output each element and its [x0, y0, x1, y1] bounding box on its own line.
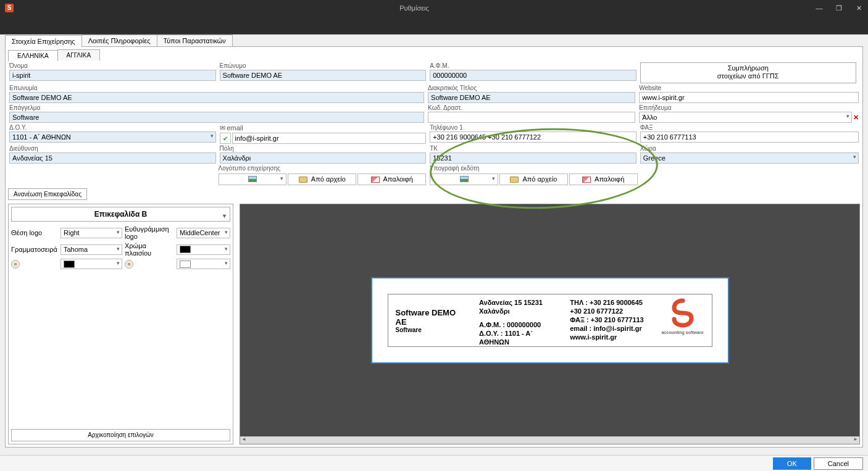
lang-tabs: ΕΛΛΗΝΙΚΑ ΑΓΓΛΙΚΑ — [8, 49, 860, 60]
preview-logo-caption: accounting software — [661, 330, 704, 335]
preview-fax: ΦΑΞ : +30 210 6777113 — [570, 315, 649, 324]
input-afm[interactable] — [430, 70, 636, 81]
input-country[interactable] — [640, 152, 859, 164]
ribbon-bar — [0, 16, 868, 35]
company-panel: ΕΛΛΗΝΙΚΑ ΑΓΓΛΙΚΑ Όνομα Επώνυμο Α.Φ.Μ. Συ… — [5, 47, 863, 448]
picture-icon — [460, 176, 469, 182]
preview-tel: ΤΗΛ : +30 216 9000645 +30 210 6777122 — [570, 298, 649, 315]
ok-button[interactable]: OK — [773, 457, 811, 470]
input-website[interactable] — [639, 92, 859, 103]
input-phone1[interactable] — [430, 131, 636, 143]
clear-epitideuma-icon[interactable]: ✕ — [853, 114, 859, 122]
label-email: ✉ email — [220, 124, 427, 133]
gsis-line1: Συμπλήρωση — [641, 64, 856, 72]
preview-email: email : info@i-spirit.gr — [570, 324, 649, 333]
preview-doy: Δ.Ο.Υ. : 1101 - Α΄ ΑΘΗΝΩΝ — [479, 329, 559, 346]
folder-icon — [299, 177, 307, 183]
label-doy: Δ.Ο.Υ. — [9, 124, 216, 131]
refresh-header-button[interactable]: Ανανέωση Επικεφαλίδας — [8, 188, 87, 200]
envelope-icon: ✉ — [220, 124, 225, 131]
signature-remove-button[interactable]: Απαλοιφή — [569, 173, 638, 185]
eraser-icon — [582, 177, 591, 183]
tab-english[interactable]: ΑΓΓΛΙΚΑ — [57, 49, 101, 60]
label-address: Διεύθυνση — [9, 145, 216, 152]
picture-icon — [248, 176, 257, 182]
titlebar: S Ρυθμίσεις — ❐ ✕ — [0, 0, 868, 16]
tab-company-info[interactable]: Στοιχεία Επιχείρησης — [5, 35, 82, 47]
color-chip-white — [180, 261, 191, 268]
maximize-button[interactable]: ❐ — [835, 4, 843, 12]
preview-afm: Α.Φ.Μ. : 000000000 — [479, 320, 559, 329]
header-card: Software DEMO AE Software Ανδανείας 15 1… — [371, 277, 729, 364]
input-profession[interactable] — [9, 112, 424, 123]
label-logo-position: Θέση logo — [11, 229, 58, 236]
app-logo: S — [5, 4, 14, 12]
window-title: Ρυθμίσεις — [14, 4, 815, 12]
eraser-icon — [371, 177, 380, 183]
signature-from-file-button[interactable]: Από αρχείο — [499, 173, 568, 185]
label-font: Γραμματοσειρά — [11, 246, 58, 253]
horizontal-scrollbar[interactable] — [240, 436, 859, 444]
preview-profession: Software — [396, 327, 469, 333]
input-dist-title[interactable] — [428, 92, 635, 103]
input-doy[interactable] — [9, 131, 216, 143]
label-dist-title: Διακριτικός Τίτλος — [428, 85, 635, 92]
palette-icon[interactable] — [125, 260, 133, 269]
tab-greek[interactable]: ΕΛΛΗΝΙΚΑ — [8, 50, 58, 61]
input-frame-color[interactable] — [177, 244, 230, 255]
label-fax: ΦΑΞ — [640, 124, 859, 131]
logo-preview-dropdown[interactable] — [219, 173, 287, 185]
minimize-button[interactable]: — — [815, 4, 824, 12]
input-epitideuma[interactable] — [639, 112, 852, 123]
gsis-fill-button[interactable]: Συμπλήρωση στοιχείων από ΓΓΠΣ — [640, 62, 856, 83]
label-epitideuma: Επιτήδευμα — [639, 104, 859, 112]
label-tk: ΤΚ — [430, 145, 636, 152]
input-name[interactable] — [9, 70, 216, 81]
cancel-button[interactable]: Cancel — [814, 457, 863, 470]
tab-doc-types[interactable]: Τύποι Παραστατικών — [157, 35, 233, 46]
header-style-dropdown[interactable]: Επικεφαλίδα B — [11, 207, 230, 222]
label-activity-code: Κωδ. Δραστ. — [428, 104, 635, 112]
input-email[interactable] — [232, 133, 427, 144]
input-address[interactable] — [9, 152, 216, 164]
input-fax[interactable] — [640, 131, 859, 143]
input-logo-position[interactable] — [61, 228, 122, 238]
logo-from-file-button[interactable]: Από αρχείο — [288, 173, 356, 185]
preview-company-name: Software DEMO AE — [396, 308, 469, 327]
input-font[interactable] — [61, 244, 122, 255]
gsis-line2: στοιχείων από ΓΓΠΣ — [641, 72, 856, 80]
logo-remove-button[interactable]: Απαλοιφή — [357, 173, 426, 185]
input-surname[interactable] — [220, 70, 427, 81]
reset-options-button[interactable]: Αρχικοποίηση επιλογών — [11, 429, 230, 441]
preview-address2: Χαλάνδρι — [479, 307, 559, 315]
input-bg-color[interactable] — [61, 259, 122, 269]
document-preview: Software DEMO AE Software Ανδανείας 15 1… — [240, 204, 860, 444]
label-frame-color: Χρώμα πλαισίου — [125, 242, 174, 257]
label-logo: Λογότυπο επιχείρησης — [219, 165, 427, 172]
close-button[interactable]: ✕ — [854, 4, 863, 12]
dialog-footer: OK Cancel — [0, 455, 868, 471]
input-company[interactable] — [9, 92, 424, 103]
preview-logo-icon — [670, 298, 695, 328]
label-company: Επωνυμία — [9, 85, 424, 92]
preview-address1: Ανδανείας 15 15231 — [479, 298, 559, 307]
input-tk[interactable] — [430, 152, 636, 164]
label-signature: Υπογραφή εκδότη — [430, 165, 638, 172]
signature-preview-dropdown[interactable] — [430, 173, 498, 185]
palette-icon[interactable] — [11, 260, 20, 269]
input-logo-align[interactable] — [177, 228, 230, 238]
input-text-color[interactable] — [177, 259, 230, 269]
color-chip-black — [180, 246, 191, 253]
input-activity-code[interactable] — [428, 112, 635, 123]
email-check-icon[interactable]: ✔ — [220, 133, 231, 144]
preview-web: www.i-spirit.gr — [570, 333, 649, 341]
tab-other-info[interactable]: Λοιπές Πληροφορίες — [81, 35, 157, 46]
label-profession: Επάγγελμα — [9, 104, 424, 112]
main-tabs: Στοιχεία Επιχείρησης Λοιπές Πληροφορίες … — [5, 35, 863, 47]
label-country: Χώρα — [640, 145, 859, 152]
folder-icon — [510, 177, 519, 183]
label-afm: Α.Φ.Μ. — [430, 62, 636, 70]
input-city[interactable] — [220, 152, 427, 164]
label-website: Website — [639, 85, 859, 92]
label-logo-align: Ευθυγράμμιση logo — [125, 225, 174, 240]
